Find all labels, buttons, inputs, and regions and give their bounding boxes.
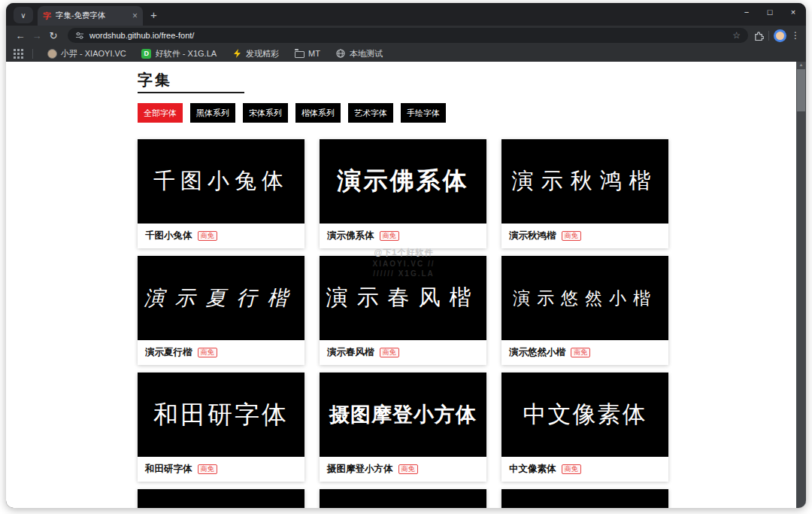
browser-tab[interactable]: 字 字集-免费字体 ×	[38, 6, 143, 26]
maximize-button[interactable]: □	[765, 8, 775, 17]
title-underline	[138, 92, 244, 93]
lightning-icon	[232, 48, 242, 59]
commercial-free-badge: 商免	[562, 464, 581, 475]
site-info-icon[interactable]	[75, 31, 84, 40]
font-card[interactable]: 演示佛系体 演示佛系体商免	[320, 139, 486, 248]
page-content: 字集 全部字体 黑体系列 宋体系列 楷体系列 艺术字体 手绘字体 千图小兔体 千…	[138, 62, 670, 508]
back-button[interactable]: ←	[12, 30, 29, 41]
filter-bar: 全部字体 黑体系列 宋体系列 楷体系列 艺术字体 手绘字体	[138, 103, 670, 123]
reload-button[interactable]: ↻	[45, 30, 62, 41]
commercial-free-badge: 商免	[198, 348, 217, 358]
font-card[interactable]: 演示悠然小楷 演示悠然小楷商免	[501, 256, 668, 365]
font-preview: 演示悠然小楷	[501, 256, 668, 340]
font-name: 和田研字体	[145, 463, 192, 476]
filter-songti[interactable]: 宋体系列	[243, 103, 288, 123]
minimize-button[interactable]: −	[741, 8, 752, 17]
window-close-button[interactable]: ×	[788, 8, 798, 17]
font-card[interactable]: 中文像素体 中文像素体商免	[501, 373, 668, 482]
avatar-face	[776, 32, 784, 40]
browser-toolbar: ← → ↻ wordshub.github.io/free-font/ ☆ ⋮	[6, 26, 806, 45]
page-title: 字集	[138, 72, 670, 87]
font-name: 千图小兔体	[145, 230, 192, 242]
scrollbar-thumb[interactable]	[797, 69, 805, 111]
commercial-free-badge: 商免	[562, 231, 581, 242]
bookmark-label: 本地测试	[350, 48, 383, 59]
font-card[interactable]: 和田研字体 和田研字体商免	[138, 373, 304, 482]
font-preview: 演示秋鸿楷	[501, 139, 668, 224]
font-name: 演示悠然小楷	[509, 346, 565, 359]
url-text[interactable]: wordshub.github.io/free-font/	[89, 31, 727, 40]
forward-button[interactable]: →	[29, 30, 45, 41]
font-card[interactable]	[320, 489, 486, 508]
folder-icon	[294, 48, 304, 59]
filter-kaiti[interactable]: 楷体系列	[295, 103, 341, 123]
font-card[interactable]	[138, 489, 304, 508]
tab-strip: ∨ 字 字集-免费字体 × + − □ ×	[6, 3, 806, 26]
font-name: 演示佛系体	[327, 230, 374, 242]
tab-title: 字集-免费字体	[56, 11, 128, 21]
bookmark-label: 发现精彩	[246, 48, 279, 59]
profile-avatar[interactable]	[774, 29, 786, 42]
font-card[interactable]: 演示春风楷 演示春风楷商免	[320, 256, 486, 365]
globe-icon	[335, 48, 346, 59]
bookmark-item-discover[interactable]: 发现精彩	[227, 48, 283, 59]
page-viewport: 字集 全部字体 黑体系列 宋体系列 楷体系列 艺术字体 手绘字体 千图小兔体 千…	[6, 62, 806, 508]
font-name: 演示夏行楷	[145, 346, 192, 359]
font-card-grid: 千图小兔体 千图小兔体商免 演示佛系体 演示佛系体商免 演示秋鸿楷 演示秋鸿楷商…	[138, 139, 670, 508]
font-card[interactable]: 千图小兔体 千图小兔体商免	[138, 139, 304, 248]
green-app-icon: D	[141, 48, 152, 59]
font-preview: 演示夏行楷	[138, 256, 304, 340]
bookmark-label: MT	[308, 49, 320, 58]
font-card[interactable]: 摄图摩登小方体 摄图摩登小方体商免	[320, 373, 486, 482]
font-preview: 千图小兔体	[138, 139, 304, 224]
tab-favicon-icon: 字	[43, 12, 51, 20]
bookmarks-separator	[32, 49, 33, 59]
commercial-free-badge: 商免	[380, 231, 399, 242]
bookmarks-bar: 小羿 - XIAOYI.VC D 好软件 - X1G.LA 发现精彩 MT	[6, 45, 806, 62]
font-preview: 摄图摩登小方体	[320, 373, 486, 457]
commercial-free-badge: 商免	[380, 348, 399, 358]
font-name: 摄图摩登小方体	[327, 463, 393, 476]
font-card[interactable]	[501, 489, 668, 508]
font-preview	[501, 489, 668, 508]
filter-handdrawn[interactable]: 手绘字体	[401, 103, 446, 123]
commercial-free-badge: 商免	[571, 348, 590, 358]
bookmark-item-mt[interactable]: MT	[289, 48, 325, 59]
filter-heiti[interactable]: 黑体系列	[190, 103, 235, 123]
font-preview: 和田研字体	[138, 373, 304, 457]
filter-all-fonts[interactable]: 全部字体	[138, 103, 183, 123]
chevron-down-icon: ∨	[20, 11, 26, 20]
menu-kebab-icon[interactable]: ⋮	[791, 30, 800, 41]
window-controls: − □ ×	[741, 8, 798, 17]
commercial-free-badge: 商免	[398, 464, 418, 475]
scrollbar[interactable]: ▲	[796, 62, 806, 508]
tab-close-icon[interactable]: ×	[132, 11, 138, 21]
font-preview	[138, 489, 304, 508]
font-name: 演示春风楷	[327, 346, 374, 359]
browser-window: ∨ 字 字集-免费字体 × + − □ × ← → ↻ wordshub.git…	[6, 3, 806, 508]
toolbar-separator	[768, 31, 769, 41]
bookmark-item-x1g[interactable]: D 好软件 - X1G.LA	[137, 48, 221, 59]
font-preview: 演示佛系体	[320, 139, 486, 224]
extensions-icon[interactable]	[754, 31, 764, 41]
font-card[interactable]: 演示夏行楷 演示夏行楷商免	[138, 256, 304, 365]
commercial-free-badge: 商免	[198, 464, 217, 475]
bookmark-label: 小羿 - XIAOYI.VC	[61, 48, 126, 59]
scrollbar-up-arrow-icon[interactable]: ▲	[796, 62, 806, 68]
bookmark-item-localtest[interactable]: 本地测试	[331, 48, 387, 59]
address-bar[interactable]: wordshub.github.io/free-font/ ☆	[68, 28, 748, 43]
font-card[interactable]: 演示秋鸿楷 演示秋鸿楷商免	[501, 139, 668, 248]
bookmark-item-xiaoyi[interactable]: 小羿 - XIAOYI.VC	[42, 48, 131, 59]
filter-art[interactable]: 艺术字体	[348, 103, 393, 123]
font-preview	[320, 489, 486, 508]
font-name: 中文像素体	[509, 463, 556, 476]
new-tab-button[interactable]: +	[150, 8, 157, 21]
font-name: 演示秋鸿楷	[509, 230, 556, 242]
avatar-icon	[47, 48, 57, 59]
font-preview: 演示春风楷	[320, 256, 486, 340]
tab-search-button[interactable]: ∨	[14, 7, 33, 23]
bookmark-star-icon[interactable]: ☆	[732, 30, 741, 41]
bookmark-label: 好软件 - X1G.LA	[156, 48, 217, 59]
font-preview: 中文像素体	[501, 373, 668, 457]
apps-grid-icon[interactable]	[14, 49, 23, 59]
